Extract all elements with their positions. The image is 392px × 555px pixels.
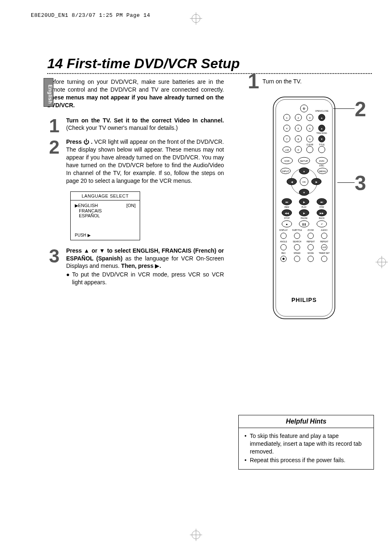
zoom-button: [308, 233, 314, 239]
step-3-number: 3: [47, 249, 61, 264]
right-step-1-number: 1: [248, 73, 259, 90]
step-3-press: Press: [66, 247, 84, 254]
svg-text:↶: ↶: [321, 223, 323, 226]
intro-text: Before turning on your DVD/VCR, make sur…: [47, 78, 224, 93]
svg-text:STOP: STOP: [284, 217, 290, 219]
step-3-or: or: [90, 247, 99, 254]
svg-text:◀: ◀: [291, 181, 293, 183]
svg-text:VCR: VCR: [284, 160, 290, 162]
svg-text:ANGLE: ANGLE: [280, 240, 288, 243]
crop-mark-right: [376, 256, 388, 270]
svg-text:TIMER SET: TIMER SET: [319, 252, 330, 254]
svg-text:SPEED: SPEED: [294, 252, 301, 254]
svg-text:A-B: A-B: [323, 246, 326, 249]
svg-text:AUDIO: AUDIO: [321, 229, 327, 231]
callout-3-line: [337, 182, 355, 183]
svg-text:REPEAT: REPEAT: [307, 240, 315, 243]
callout-2-line: [333, 108, 355, 109]
angle-button: [281, 244, 286, 250]
svg-text:▶: ▶: [303, 212, 305, 214]
svg-text:DISPLAY: DISPLAY: [279, 229, 288, 231]
step-3: 3 Press ▲ or ▼ to select ENGLISH, FRANCA…: [47, 247, 224, 286]
svg-text:MENU: MENU: [319, 170, 326, 173]
svg-text:⏭: ⏭: [321, 201, 323, 203]
svg-text:SETUP: SETUP: [300, 160, 308, 162]
osd-footer: PUSH ▶: [71, 230, 140, 240]
hint-2: Repeat this process if the power fails.: [250, 456, 346, 464]
hints-title: Helpful Hints: [239, 415, 374, 428]
step-1-rest: (Check your TV owner's manual for detail…: [66, 124, 178, 131]
svg-text:PAUSE: PAUSE: [301, 217, 308, 219]
repeat-button: [308, 244, 314, 250]
svg-text:TITLE: TITLE: [319, 143, 325, 146]
clear-button: [307, 146, 313, 153]
hint-1: To skip this feature and play a tape imm…: [250, 432, 368, 456]
step-1-bold: Turn on the TV. Set it to the correct Vi…: [66, 117, 224, 124]
brand-logo: PHILIPS: [291, 297, 316, 303]
right-column: 1 Turn on the TV. 2 3: [236, 78, 372, 323]
svg-text:■: ■: [286, 223, 288, 226]
svg-text:OPEN/CLOSE: OPEN/CLOSE: [315, 110, 329, 112]
svg-text:◀◀: ◀◀: [285, 212, 289, 214]
svg-text:INPUT: INPUT: [282, 170, 289, 173]
svg-text:▼: ▼: [321, 138, 323, 140]
search-button: [294, 244, 300, 250]
svg-text:DISC: DISC: [319, 164, 324, 167]
title-button: [318, 146, 325, 153]
bullet-icon: ●: [66, 271, 69, 286]
remote-control-diagram: 2 3 ⏻ OPEN/CLOSE: [261, 93, 347, 323]
right-step-1-text: Turn on the TV.: [263, 78, 302, 85]
subtitle-button: [294, 233, 300, 239]
svg-text:BACK: BACK: [319, 217, 325, 219]
svg-text:⏻: ⏻: [303, 107, 305, 110]
svg-text:CLEAR: CLEAR: [307, 143, 314, 146]
svg-text:▲: ▲: [321, 117, 323, 119]
svg-text:ZOOM: ZOOM: [308, 229, 314, 231]
osd-arrow-icon: ▶: [75, 203, 78, 208]
svg-text:SEARCH: SEARCH: [293, 240, 302, 243]
remote-svg: ⏻ OPEN/CLOSE 1 2 3 ▲ 4 5 6 ▲ TRACKING: [261, 93, 347, 323]
helpful-hints-box: Helpful Hints To skip this feature and p…: [238, 415, 374, 470]
svg-text:REPEAT: REPEAT: [320, 240, 328, 243]
step-2-rest: VCR light will appear on the front of th…: [66, 138, 224, 184]
svg-text:❚❚: ❚❚: [302, 223, 306, 226]
display-button: [281, 233, 286, 239]
svg-text:REC: REC: [281, 252, 286, 254]
svg-text:⏮: ⏮: [286, 201, 288, 203]
step-2: 2 Press ⏻ . VCR light will appear on the…: [47, 138, 224, 184]
crop-mark-bottom: [190, 529, 202, 543]
language-tab: English: [44, 78, 53, 107]
svg-text:▲: ▲: [321, 127, 323, 130]
step-3-period: .: [159, 263, 161, 269]
left-column: Before turning on your DVD/VCR, make sur…: [47, 78, 224, 323]
right-step-1: 1 Turn on the TV.: [248, 73, 372, 90]
intro-paragraph: Before turning on your DVD/VCR, make sur…: [47, 78, 224, 109]
speed-button: [294, 256, 300, 262]
page-title: 14 First-time DVD/VCR Setup: [47, 55, 372, 71]
power-icon: ⏻: [83, 138, 89, 145]
svg-text:▼: ▼: [303, 191, 305, 194]
svg-text:OK: OK: [302, 181, 306, 183]
step-2-period: .: [89, 138, 92, 145]
svg-text:PLAY: PLAY: [302, 206, 307, 208]
step-2-number: 2: [47, 140, 61, 155]
down-arrow-icon: ▼: [99, 247, 106, 254]
svg-text:▶▶: ▶▶: [320, 212, 324, 214]
audio-button: [321, 233, 327, 239]
timer-set-button: [321, 256, 327, 262]
osd-english: ENGLISH: [78, 203, 98, 208]
osd-on: [ON]: [126, 203, 136, 208]
step-2-press: Press: [66, 138, 83, 145]
print-header: E8E20UD_EN1 8/23/07 1:25 PM Page 14: [31, 12, 374, 18]
svg-text:TRACKING: TRACKING: [316, 132, 327, 134]
svg-text:+10: +10: [285, 149, 289, 151]
intro-bold: These menus may not appear if you have a…: [47, 94, 224, 108]
callout-2-number: 2: [355, 101, 366, 117]
osd-francais: FRANCAIS: [75, 208, 136, 213]
step-1-number: 1: [47, 118, 61, 134]
step-1: 1 Turn on the TV. Set it to the correct …: [47, 117, 224, 134]
svg-text:▲: ▲: [303, 170, 305, 173]
right-arrow-icon: ▶: [155, 263, 159, 269]
svg-text:▶: ▶: [303, 201, 305, 203]
osd-title: LANGUAGE SELECT: [71, 192, 140, 200]
